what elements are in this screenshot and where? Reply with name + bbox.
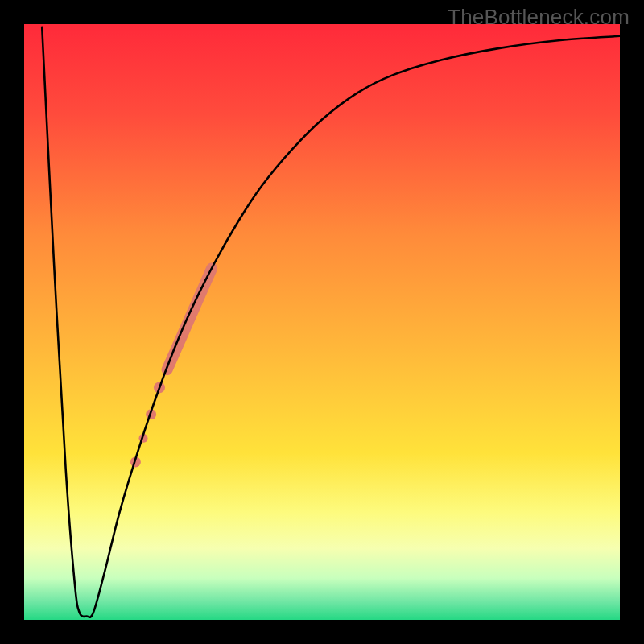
plot-area: [24, 24, 620, 620]
chart-svg: [24, 24, 620, 620]
gradient-background: [24, 24, 620, 620]
chart-frame: TheBottleneck.com: [0, 0, 644, 644]
